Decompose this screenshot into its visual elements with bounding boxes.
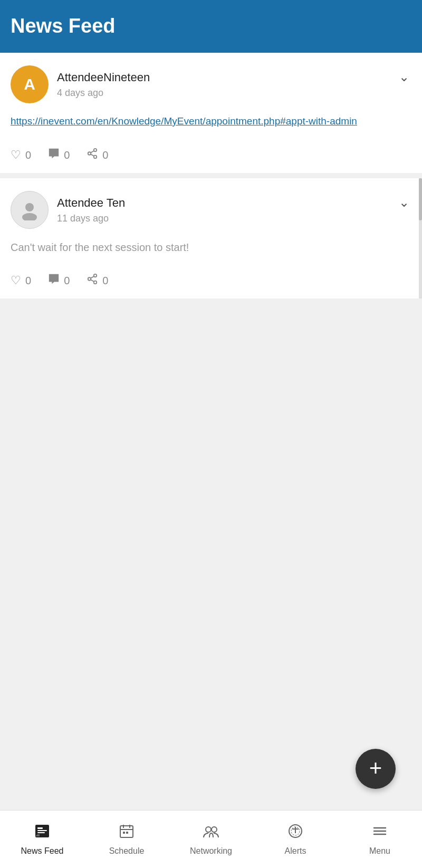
nav-label-networking: Networking <box>190 846 232 856</box>
post-header-left: Attendee Ten 11 days ago <box>11 191 125 229</box>
svg-point-7 <box>94 274 97 277</box>
post-menu-chevron[interactable]: ⌄ <box>397 67 411 86</box>
post-time: 11 days ago <box>57 213 125 224</box>
post-divider <box>0 173 422 178</box>
empty-area: + <box>0 304 422 810</box>
feed: A AttendeeNineteen 4 days ago ⌄ https://… <box>0 53 422 304</box>
svg-point-22 <box>206 827 211 832</box>
like-count: 0 <box>25 149 31 161</box>
avatar: A <box>11 65 49 103</box>
nav-label-alerts: Alerts <box>285 846 306 856</box>
fab-button[interactable]: + <box>356 749 396 789</box>
svg-rect-14 <box>37 830 47 831</box>
bottom-nav: News Feed Schedule Networking <box>0 810 422 868</box>
post-link[interactable]: https://inevent.com/en/Knowledge/MyEvent… <box>11 115 357 127</box>
post-actions: ♡ 0 0 <box>11 271 411 288</box>
scrollbar <box>419 178 422 298</box>
heart-icon: ♡ <box>11 274 21 287</box>
nav-item-schedule[interactable]: Schedule <box>84 811 169 868</box>
news-feed-icon <box>34 823 51 843</box>
nav-label-menu: Menu <box>369 846 390 856</box>
share-button[interactable]: 0 <box>87 273 108 288</box>
like-count: 0 <box>25 275 31 287</box>
post-content: https://inevent.com/en/Knowledge/MyEvent… <box>11 114 411 135</box>
post-content: Can't wait for the next session to start… <box>11 239 411 261</box>
nav-label-news-feed: News Feed <box>21 846 64 856</box>
avatar <box>11 191 49 229</box>
svg-point-6 <box>22 213 37 220</box>
nav-label-schedule: Schedule <box>109 846 145 856</box>
comment-button[interactable]: 0 <box>48 148 70 162</box>
svg-point-5 <box>25 203 34 211</box>
share-count: 0 <box>102 149 108 161</box>
networking-icon <box>203 823 219 843</box>
comment-count: 0 <box>64 149 70 161</box>
header: News Feed <box>0 0 422 53</box>
svg-line-4 <box>91 151 94 153</box>
svg-rect-13 <box>37 827 43 829</box>
page: News Feed A AttendeeNineteen 4 days ago … <box>0 0 422 868</box>
svg-line-10 <box>91 279 94 282</box>
svg-rect-20 <box>123 832 125 834</box>
comment-button[interactable]: 0 <box>48 273 70 288</box>
share-count: 0 <box>102 275 108 287</box>
heart-icon: ♡ <box>11 148 21 162</box>
svg-line-11 <box>91 276 94 278</box>
svg-point-1 <box>88 152 91 155</box>
page-title: News Feed <box>11 15 411 37</box>
post-user-info: AttendeeNineteen 4 days ago <box>57 70 150 99</box>
post-card: A AttendeeNineteen 4 days ago ⌄ https://… <box>0 53 422 173</box>
nav-item-alerts[interactable]: Alerts <box>253 811 338 868</box>
svg-point-9 <box>94 281 97 284</box>
scrollbar-thumb <box>419 178 422 220</box>
comment-icon <box>48 148 60 162</box>
share-button[interactable]: 0 <box>87 148 108 162</box>
schedule-icon <box>118 823 135 843</box>
svg-line-3 <box>91 154 94 156</box>
post-card: Attendee Ten 11 days ago ⌄ Can't wait fo… <box>0 178 422 298</box>
fab-icon: + <box>369 757 382 779</box>
post-username: AttendeeNineteen <box>57 70 150 85</box>
nav-item-networking[interactable]: Networking <box>169 811 253 868</box>
svg-point-0 <box>94 149 97 152</box>
post-time: 4 days ago <box>57 88 150 99</box>
svg-rect-21 <box>126 832 128 834</box>
comment-icon <box>48 273 60 288</box>
share-icon <box>87 148 98 162</box>
nav-item-menu[interactable]: Menu <box>338 811 422 868</box>
post-actions: ♡ 0 0 <box>11 146 411 162</box>
post-username: Attendee Ten <box>57 196 125 211</box>
post-user-info: Attendee Ten 11 days ago <box>57 196 125 224</box>
post-header: A AttendeeNineteen 4 days ago ⌄ <box>11 65 411 103</box>
svg-point-8 <box>88 277 91 281</box>
svg-rect-15 <box>37 832 45 833</box>
comment-count: 0 <box>64 275 70 287</box>
svg-point-2 <box>94 156 97 159</box>
alerts-icon <box>287 823 304 843</box>
share-icon <box>87 273 98 288</box>
post-header-left: A AttendeeNineteen 4 days ago <box>11 65 150 103</box>
like-button[interactable]: ♡ 0 <box>11 274 31 287</box>
post-text: Can't wait for the next session to start… <box>11 242 189 253</box>
post-menu-chevron[interactable]: ⌄ <box>397 193 411 212</box>
like-button[interactable]: ♡ 0 <box>11 148 31 162</box>
svg-point-23 <box>212 827 217 832</box>
post-divider <box>0 298 422 304</box>
menu-icon <box>371 823 388 843</box>
nav-item-news-feed[interactable]: News Feed <box>0 811 84 868</box>
post-header: Attendee Ten 11 days ago ⌄ <box>11 191 411 229</box>
